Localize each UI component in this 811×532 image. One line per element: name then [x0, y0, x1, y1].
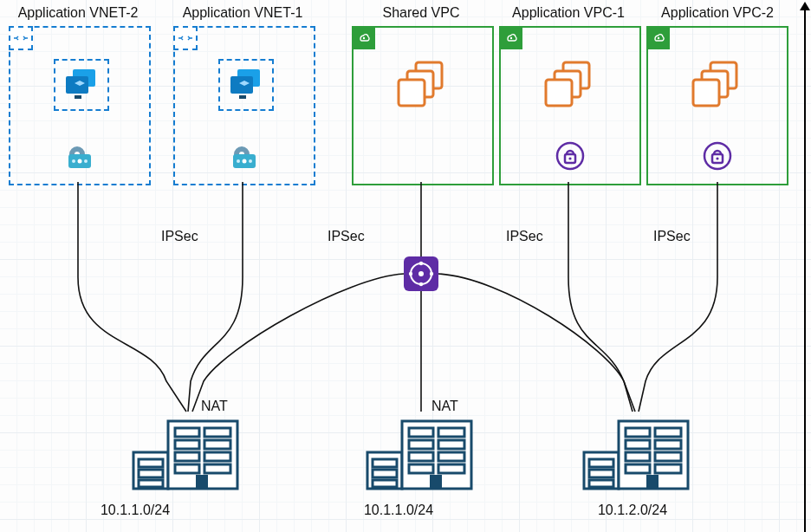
datacenter-1	[130, 414, 225, 487]
datacenter-2	[364, 414, 459, 487]
svg-rect-51	[196, 475, 208, 489]
datacenter-3	[581, 414, 676, 487]
label-nat-1: NAT	[201, 399, 228, 414]
vertical-axis-arrow	[804, 7, 806, 532]
label-ipsec-1: IPSec	[161, 229, 198, 244]
svg-rect-79	[646, 475, 659, 489]
label-ipsec-3: IPSec	[506, 229, 543, 244]
label-cidr-3: 10.1.2.0/24	[598, 503, 667, 518]
label-ipsec-4: IPSec	[653, 229, 691, 244]
label-nat-2: NAT	[431, 399, 458, 414]
label-cidr-1: 10.1.1.0/24	[101, 503, 170, 518]
svg-rect-65	[430, 475, 442, 489]
label-ipsec-2: IPSec	[328, 229, 365, 244]
diagram-canvas: Application VNET-2 Application VNET-1 Sh…	[0, 0, 811, 532]
label-cidr-2: 10.1.1.0/24	[364, 503, 433, 518]
